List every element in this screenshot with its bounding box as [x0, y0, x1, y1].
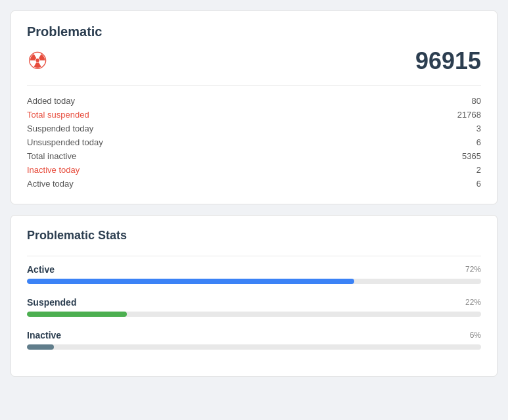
bar-track [27, 279, 481, 284]
problematic-card: Problematic ☢ 96915 Added today80Total s… [11, 11, 497, 204]
bar-track [27, 344, 481, 350]
bar-track [27, 312, 481, 317]
stat-bar-group: Active 72% [27, 264, 481, 284]
divider [27, 85, 481, 86]
stat-bar-header: Suspended 22% [27, 297, 481, 308]
stats-table: Added today80Total suspended21768Suspend… [27, 94, 481, 191]
bar-fill [27, 312, 127, 317]
stat-bar-label: Active [27, 264, 55, 275]
stat-bar-pct: 72% [465, 265, 481, 274]
table-row: Total inactive5365 [27, 149, 481, 163]
stat-bar-header: Inactive 6% [27, 330, 481, 340]
bar-fill [27, 344, 54, 350]
table-row: Added today80 [27, 94, 481, 108]
bars-container: Active 72% Suspended 22% Inactive 6% [27, 264, 481, 350]
stat-bar-pct: 6% [470, 331, 481, 340]
header-row: ☢ 96915 [27, 47, 481, 75]
stat-bar-group: Inactive 6% [27, 330, 481, 350]
table-row: Total suspended21768 [27, 108, 481, 122]
stats-card: Problematic Stats Active 72% Suspended 2… [11, 215, 497, 377]
stats-divider [27, 256, 481, 256]
stats-section-title: Problematic Stats [27, 229, 481, 243]
stat-bar-group: Suspended 22% [27, 297, 481, 317]
table-row: Active today6 [27, 177, 481, 191]
table-row: Suspended today3 [27, 122, 481, 135]
radiation-icon: ☢ [27, 49, 48, 73]
stat-bar-label: Suspended [27, 297, 76, 308]
bar-fill [27, 279, 354, 284]
card-title: Problematic [27, 24, 481, 39]
stat-bar-label: Inactive [27, 330, 61, 340]
stat-bar-pct: 22% [465, 298, 481, 307]
total-count: 96915 [415, 47, 481, 75]
table-row: Inactive today2 [27, 163, 481, 177]
stat-bar-header: Active 72% [27, 264, 481, 275]
table-row: Unsuspended today6 [27, 135, 481, 149]
